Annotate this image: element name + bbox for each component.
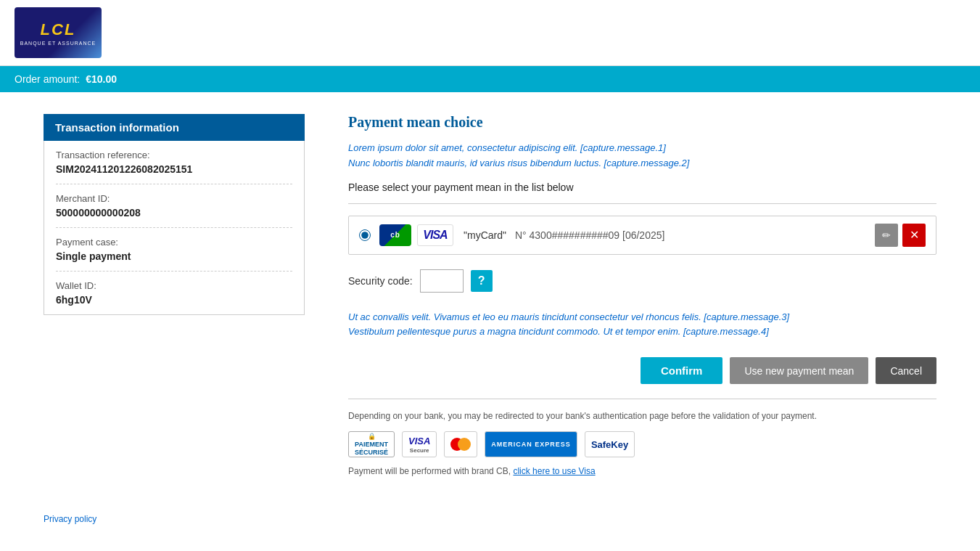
payment-case-row: Payment case: Single payment	[56, 228, 292, 272]
merchant-id-label: Merchant ID:	[56, 193, 292, 204]
visa-logo-icon: VISA	[417, 224, 453, 246]
content-area: Payment mean choice Lorem ipsum dolor si…	[348, 114, 936, 476]
card-actions: ✏ ✕	[875, 224, 926, 247]
card-number: N° 4300##########09 [06/2025]	[515, 229, 875, 241]
merchant-id-row: Merchant ID: 500000000000208	[56, 184, 292, 228]
payment-radio[interactable]	[359, 229, 371, 241]
wallet-id-row: Wallet ID: 6hg10V	[56, 272, 292, 314]
divider-top	[348, 203, 936, 204]
security-code-help-button[interactable]: ?	[471, 270, 493, 292]
payment-card-row: cb VISA "myCard" N° 4300##########09 [06…	[348, 216, 936, 255]
safekey-badge: SafeKey	[585, 431, 635, 457]
security-code-label: Security code:	[348, 275, 413, 287]
transaction-reference-row: Transaction reference: SIM20241120122608…	[56, 141, 292, 184]
info-message-1: Lorem ipsum dolor sit amet, consectetur …	[348, 141, 936, 171]
transaction-reference-label: Transaction reference:	[56, 150, 292, 160]
sidebar-body: Transaction reference: SIM20241120122608…	[44, 141, 305, 315]
logo-text: LCL	[41, 20, 76, 39]
payment-case-label: Payment case:	[56, 237, 292, 248]
merchant-id-value: 500000000000208	[56, 207, 292, 219]
header: LCL BANQUE ET ASSURANCE	[0, 0, 980, 66]
privacy-policy-link[interactable]: Privacy policy	[44, 514, 96, 524]
main-layout: Transaction information Transaction refe…	[0, 92, 980, 498]
new-payment-button[interactable]: Use new payment mean	[730, 357, 868, 384]
delete-card-button[interactable]: ✕	[902, 224, 926, 247]
redirect-note: Depending on your bank, you may be redir…	[348, 409, 936, 423]
cb-logo-icon: cb	[379, 224, 411, 246]
logo: LCL BANQUE ET ASSURANCE	[15, 7, 102, 58]
sidebar: Transaction information Transaction refe…	[44, 114, 305, 315]
page-title: Payment mean choice	[348, 114, 936, 131]
cancel-button[interactable]: Cancel	[876, 357, 936, 384]
capture-message-34: Ut ac convallis velit. Vivamus et leo eu…	[348, 310, 936, 340]
mastercard-badge	[444, 431, 477, 457]
order-amount: €10.00	[86, 73, 117, 85]
question-mark-icon: ?	[478, 274, 485, 287]
edit-card-button[interactable]: ✏	[875, 224, 898, 247]
logo-sub: BANQUE ET ASSURANCE	[20, 41, 96, 46]
footer: Privacy policy	[0, 505, 980, 531]
order-bar: Order amount: €10.00	[0, 66, 980, 92]
order-label: Order amount:	[15, 73, 80, 85]
transaction-reference-value: SIM202411201226082025151	[56, 163, 292, 175]
amex-badge: AMERICAN EXPRESS	[485, 431, 577, 457]
security-code-row: Security code: ?	[348, 269, 936, 293]
use-visa-link[interactable]: click here to use Visa	[513, 466, 595, 476]
card-name: "myCard"	[464, 229, 506, 241]
brand-note: Payment will be performed with brand CB,…	[348, 466, 936, 476]
mastercard-logo-icon	[450, 438, 471, 451]
paiement-securise-badge: 🔒 PAIEMENT SÉCURISÉ	[348, 431, 395, 457]
divider-bottom	[348, 399, 936, 399]
wallet-id-value: 6hg10V	[56, 294, 292, 306]
action-buttons: Confirm Use new payment mean Cancel	[348, 357, 936, 384]
security-logos: 🔒 PAIEMENT SÉCURISÉ VISA Secure AMERICAN…	[348, 431, 936, 457]
confirm-button[interactable]: Confirm	[641, 357, 723, 384]
payment-case-value: Single payment	[56, 250, 292, 262]
visa-secure-badge: VISA Secure	[402, 431, 437, 457]
security-code-input[interactable]	[420, 269, 464, 293]
wallet-id-label: Wallet ID:	[56, 280, 292, 291]
sidebar-title: Transaction information	[44, 114, 305, 141]
select-prompt: Please select your payment mean in the l…	[348, 181, 936, 193]
